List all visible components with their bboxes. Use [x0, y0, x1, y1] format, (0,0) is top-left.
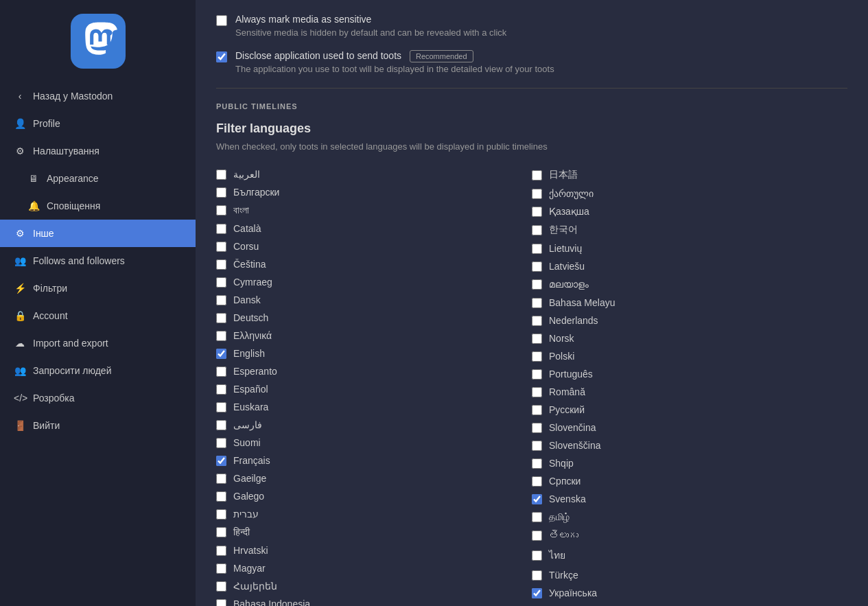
sidebar-item-filters[interactable]: ⚡ Фільтри: [0, 275, 196, 302]
lang-label-bg[interactable]: Български: [233, 187, 279, 198]
lang-checkbox-hr[interactable]: [216, 546, 226, 556]
lang-checkbox-ta[interactable]: [532, 512, 542, 522]
lang-label-da[interactable]: Dansk: [233, 294, 261, 305]
lang-checkbox-ka[interactable]: [532, 189, 542, 199]
lang-label-bn[interactable]: বাংলা: [233, 205, 249, 216]
sidebar-item-development[interactable]: </> Розробка: [0, 384, 196, 412]
lang-label-he[interactable]: עברית: [233, 509, 259, 520]
lang-label-ms[interactable]: Bahasa Melayu: [549, 297, 615, 308]
lang-checkbox-hy[interactable]: [216, 581, 226, 592]
lang-checkbox-ja[interactable]: [532, 170, 542, 180]
lang-label-sr[interactable]: Српски: [549, 476, 580, 487]
lang-label-cy[interactable]: Cymraeg: [233, 277, 272, 288]
lang-label-id[interactable]: Bahasa Indonesia: [233, 598, 310, 606]
lang-checkbox-uk[interactable]: [532, 588, 542, 598]
lang-label-sq[interactable]: Shqip: [549, 458, 574, 469]
lang-checkbox-fi[interactable]: [216, 438, 226, 448]
lang-label-tr[interactable]: Türkçe: [549, 570, 578, 581]
lang-checkbox-ga[interactable]: [216, 474, 226, 484]
lang-checkbox-de[interactable]: [216, 313, 226, 323]
lang-checkbox-fr[interactable]: [216, 456, 226, 466]
lang-label-ko[interactable]: 한국어: [549, 224, 578, 236]
lang-checkbox-ca[interactable]: [216, 224, 226, 234]
lang-label-sv[interactable]: Svenska: [549, 493, 586, 504]
lang-checkbox-sq[interactable]: [532, 458, 542, 469]
lang-checkbox-eo[interactable]: [216, 366, 226, 377]
lang-checkbox-lt[interactable]: [532, 244, 542, 254]
lang-checkbox-sv[interactable]: [532, 494, 542, 504]
lang-checkbox-nl[interactable]: [532, 316, 542, 326]
lang-checkbox-bg[interactable]: [216, 187, 226, 198]
lang-label-fr[interactable]: Français: [233, 455, 270, 466]
lang-label-th[interactable]: ไทย: [549, 548, 565, 563]
lang-label-kk[interactable]: Қазақша: [549, 206, 589, 217]
lang-checkbox-he[interactable]: [216, 509, 226, 520]
lang-label-ga[interactable]: Gaeilge: [233, 473, 266, 484]
lang-label-de[interactable]: Deutsch: [233, 312, 268, 323]
lang-label-ca[interactable]: Català: [233, 223, 261, 234]
lang-checkbox-ar[interactable]: [216, 170, 226, 180]
sidebar-item-invite[interactable]: 👥 Запросити людей: [0, 357, 196, 384]
sidebar-item-import-export[interactable]: ☁ Import and export: [0, 329, 196, 357]
lang-label-ro[interactable]: Română: [549, 386, 585, 397]
lang-label-hi[interactable]: हिन्दी: [233, 526, 250, 538]
lang-label-gl[interactable]: Galego: [233, 491, 264, 502]
lang-label-hr[interactable]: Hrvatski: [233, 545, 268, 556]
mark-sensitive-label[interactable]: Always mark media as sensitive: [235, 14, 371, 25]
lang-label-slv[interactable]: Slovenščina: [549, 440, 601, 451]
lang-checkbox-tr[interactable]: [532, 570, 542, 581]
sidebar-item-account[interactable]: 🔒 Account: [0, 302, 196, 329]
lang-label-cs[interactable]: Čeština: [233, 259, 266, 270]
lang-checkbox-kk[interactable]: [532, 207, 542, 217]
lang-checkbox-ro[interactable]: [532, 387, 542, 397]
lang-label-ml[interactable]: മലയാളം: [549, 279, 589, 290]
lang-label-ta[interactable]: தமிழ்: [549, 511, 570, 523]
lang-label-ru[interactable]: Русский: [549, 404, 585, 415]
lang-label-lt[interactable]: Lietuvių: [549, 243, 582, 254]
disclose-app-checkbox[interactable]: [216, 51, 227, 62]
lang-label-en[interactable]: English: [233, 348, 265, 359]
lang-checkbox-el[interactable]: [216, 331, 226, 341]
lang-checkbox-no[interactable]: [532, 334, 542, 344]
lang-checkbox-ko[interactable]: [532, 225, 542, 235]
lang-checkbox-co[interactable]: [216, 242, 226, 252]
lang-checkbox-id[interactable]: [216, 599, 226, 607]
lang-checkbox-cs[interactable]: [216, 259, 226, 270]
lang-label-uk[interactable]: Українська: [549, 587, 597, 598]
disclose-app-label[interactable]: Disclose application used to send toots …: [235, 50, 473, 61]
lang-checkbox-gl[interactable]: [216, 491, 226, 502]
lang-label-co[interactable]: Corsu: [233, 241, 259, 252]
lang-label-hy[interactable]: Հայերեն: [233, 581, 277, 592]
sidebar-item-appearance[interactable]: 🖥 Appearance: [0, 165, 196, 192]
lang-checkbox-sr[interactable]: [532, 476, 542, 487]
lang-checkbox-es[interactable]: [216, 384, 226, 395]
lang-label-el[interactable]: Ελληνικά: [233, 330, 272, 341]
sidebar-item-other[interactable]: ⚙ Інше: [0, 220, 196, 247]
lang-checkbox-ru[interactable]: [532, 405, 542, 415]
lang-checkbox-eu[interactable]: [216, 402, 226, 412]
lang-checkbox-hu[interactable]: [216, 563, 226, 574]
lang-label-eu[interactable]: Euskara: [233, 401, 268, 412]
sidebar-item-profile[interactable]: 👤 Profile: [0, 110, 196, 137]
lang-checkbox-ms[interactable]: [532, 298, 542, 308]
sidebar-item-notifications[interactable]: 🔔 Сповіщення: [0, 192, 196, 220]
lang-label-ja[interactable]: 日本語: [549, 169, 578, 181]
lang-checkbox-slv[interactable]: [532, 441, 542, 451]
lang-checkbox-lv[interactable]: [532, 261, 542, 272]
lang-checkbox-th[interactable]: [532, 550, 542, 561]
lang-checkbox-en[interactable]: [216, 349, 226, 359]
lang-checkbox-ml[interactable]: [532, 279, 542, 290]
lang-label-ka[interactable]: ქართული: [549, 188, 594, 199]
lang-checkbox-da[interactable]: [216, 295, 226, 305]
lang-label-eo[interactable]: Esperanto: [233, 366, 277, 377]
sidebar-item-settings[interactable]: ⚙ Налаштування: [0, 137, 196, 165]
lang-checkbox-pl[interactable]: [532, 351, 542, 362]
lang-label-ar[interactable]: العربية: [233, 169, 260, 180]
lang-label-fi[interactable]: Suomi: [233, 437, 261, 448]
lang-label-hu[interactable]: Magyar: [233, 563, 266, 574]
lang-checkbox-bn[interactable]: [216, 205, 226, 215]
lang-checkbox-te[interactable]: [532, 531, 542, 541]
back-button[interactable]: ‹ Назад у Mastodon: [0, 82, 196, 110]
lang-label-no[interactable]: Norsk: [549, 333, 574, 344]
lang-checkbox-sl[interactable]: [532, 423, 542, 433]
